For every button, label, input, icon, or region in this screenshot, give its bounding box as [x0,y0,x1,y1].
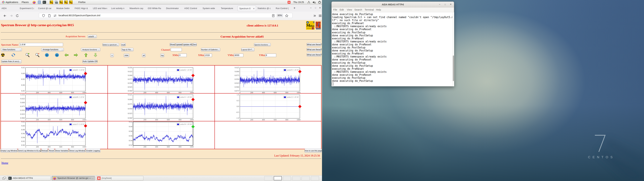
empty-log-window-button[interactable]: Empty Log Window [0,149,18,152]
page-icon[interactable] [48,14,51,17]
midas-window-icon[interactable] [69,0,72,4]
terminal-close-button[interactable]: × [450,2,452,7]
terminal-menu-edit[interactable]: Edit [340,7,344,12]
spectrum-plot-aida16[interactable] [125,120,197,149]
spectrum-plot-aida01[interactable] [18,66,90,94]
browser-tab[interactable]: Run Control ( [274,6,292,11]
spectrum-plot-aida06[interactable] [18,93,90,121]
browser-tab[interactable]: Temperature [219,6,238,11]
how-to-use-button[interactable]: How to use this page [304,149,322,152]
clock[interactable]: Thu 19:25 [293,0,304,4]
pan-left-icon[interactable] [64,53,68,57]
url-text[interactable]: localhost:8015/Spectrum/Spectrum.tml [58,14,100,17]
reload-button[interactable]: Reload [41,149,48,152]
what-are-these-button[interactable]: What are these? [307,48,321,51]
workspace-cell[interactable] [311,176,319,180]
network-icon[interactable]: ? [307,1,310,4]
permissions-tune-icon[interactable] [53,14,57,17]
update-all-button[interactable]: Update All [182,43,192,46]
send-log-window-to-elog-button[interactable]: Send Log Window to ELog [18,149,40,152]
browser-tab[interactable]: ASIC Control [183,6,201,11]
terminal-menu-help[interactable]: Help [376,7,381,12]
xmax-input[interactable]: 1019 [204,54,212,57]
screenshot-window-icon[interactable] [54,0,58,4]
zoom-level-badge[interactable]: 80% [276,14,283,17]
terminal-menu-terminal[interactable]: Terminal [364,7,374,12]
tab-close-icon[interactable]: × [253,7,254,10]
zero-button[interactable]: Zero [192,43,197,46]
browser-tab[interactable]: GSI White Ra [146,6,164,11]
spectrum-plot-aida12[interactable] [232,93,304,121]
reload-button[interactable] [15,14,20,18]
spectrum-plot-aida05[interactable] [232,66,304,94]
browser-tab[interactable]: Control @ car [36,6,55,11]
terminal-titlebar[interactable]: AIDA MIDAS HTTPd − □ × [332,2,454,7]
terminal-scrollbar-thumb[interactable] [453,56,454,81]
volume-muted-icon[interactable] [312,1,316,4]
midas-window-icon[interactable] [64,0,68,4]
terminal-menu-file[interactable]: File [333,7,337,12]
terminal-menu-view[interactable]: View [347,7,352,12]
xmin-input[interactable]: 0 [178,54,187,57]
taskbar-task[interactable]: [AnyDesk] [96,176,144,180]
arrange-functions-select[interactable]: Arrange functions [41,48,64,51]
update-rate-select[interactable]: Update Rate (4 secs) [1,60,22,63]
window-close-button[interactable]: × [319,6,321,10]
terminal-menu-search[interactable]: Search [354,7,362,12]
applications-menu[interactable]: Applications [6,0,18,4]
x-scale-button[interactable]: x [110,54,114,57]
workspace-cell[interactable] [292,176,300,180]
channel-input[interactable] [171,48,182,51]
back-button[interactable] [3,14,7,18]
pan-right-icon[interactable] [74,53,78,57]
terminal-content[interactable]: done executing do_PostSetup loading Spec… [332,12,454,86]
show-variables-button[interactable]: Show Variables [55,149,68,152]
all-button[interactable]: all [142,54,146,57]
shift-down-icon[interactable] [45,53,49,57]
spectrum-plot-aida11[interactable] [125,93,197,121]
workspace-cell[interactable] [283,176,291,180]
firefox-launcher-icon[interactable] [32,0,36,4]
browser-tab[interactable]: Experiment Co [18,6,36,11]
spectra-functions-select[interactable]: Spectra functions [254,43,271,46]
window-minimize-button[interactable]: − [310,6,312,9]
spectrum-name-input[interactable]: 1.8.W [19,43,63,46]
radioactive-icon[interactable] [1,53,5,57]
enable-logging-button[interactable]: Enable Logging [86,149,100,152]
new-tab-button[interactable]: + [294,6,296,10]
browser-tab[interactable]: System wide [201,6,219,11]
what-are-these-button[interactable]: What are these? [307,53,321,56]
auto-update-button[interactable]: Auto Update ON [82,60,97,63]
shield-icon[interactable] [42,14,45,17]
shift-up-icon[interactable] [55,53,59,57]
terminal-launcher-icon[interactable] [42,0,46,4]
terminal-maximize-button[interactable]: □ [444,2,446,7]
midas-logo[interactable] [306,21,314,30]
hamburger-menu-icon[interactable] [318,14,322,18]
show-log-window-button[interactable]: Show Log Window [69,149,85,152]
reader-mode-icon[interactable] [272,14,275,17]
pan-down-icon[interactable] [94,53,97,57]
spectrum-plot-aida02[interactable] [125,66,197,94]
taskbar-task[interactable]: AIDA MIDAS HTTPd [7,176,51,180]
browser-tab[interactable]: Module Settin [55,6,73,11]
workspace-cell[interactable] [264,176,272,180]
what-are-these-button[interactable]: What are these? [307,43,321,46]
update-button[interactable]: Update [176,43,182,46]
taskbar-task[interactable]: Spectrum Browser @ carme-gsi — ... [52,176,95,180]
focused-app-label[interactable]: Firefox [78,0,86,4]
overflow-chevrons-icon[interactable] [312,14,317,18]
view-functions-select[interactable]: View functions [1,48,22,51]
tags-fits-select[interactable]: Tags & Fits [121,48,134,51]
spectrum-plot-aida15[interactable] [18,120,90,149]
show-button[interactable]: Show [170,43,175,46]
zoom-out-icon[interactable] [36,53,40,57]
analysis-functions-select[interactable]: Analysis functions [81,48,100,51]
anydesk-tray-icon[interactable] [288,1,290,4]
tcl-powered-logo[interactable] [316,21,321,30]
ymin-input[interactable]: 6000 [234,54,243,57]
galleries-select[interactable]: Number of Galleries [201,48,220,51]
browser-tab[interactable]: Spectrum B× [238,6,256,11]
places-menu[interactable]: Places [22,0,29,4]
power-icon[interactable] [318,1,321,4]
